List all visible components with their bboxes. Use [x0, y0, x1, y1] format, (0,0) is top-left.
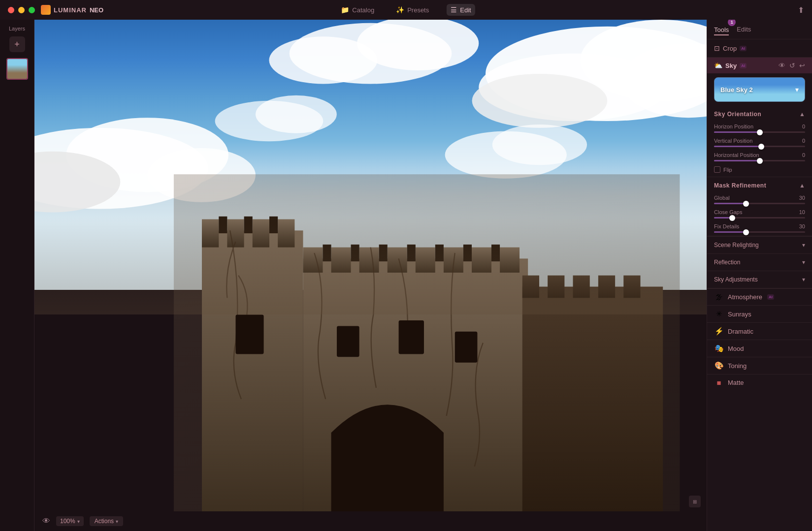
app-name: LUMINAR — [54, 6, 87, 14]
sky-adjustments-chevron: ▾ — [802, 276, 805, 283]
close-gaps-value: 10 — [799, 209, 805, 215]
vertical-thumb[interactable] — [758, 144, 764, 150]
transition-gradient — [34, 217, 707, 315]
fix-details-thumb[interactable] — [743, 229, 749, 235]
horizontal-value: 0 — [802, 152, 805, 158]
sky-section-left: ⛅ Sky AI — [714, 62, 747, 69]
traffic-lights — [8, 7, 35, 13]
horizon-fill — [714, 131, 760, 133]
fix-details-slider[interactable]: Fix Details 30 — [707, 221, 812, 236]
close-gaps-track[interactable] — [714, 217, 805, 219]
fix-details-track[interactable] — [714, 231, 805, 233]
reset-icon[interactable]: ↩ — [799, 62, 805, 69]
global-track[interactable] — [714, 203, 805, 204]
mask-refinement-header[interactable]: Mask Refinement ▲ — [707, 177, 812, 193]
mood-label: Mood — [728, 345, 744, 352]
sky-orientation-title: Sky Orientation — [714, 111, 761, 118]
atmosphere-ai-badge: AI — [767, 294, 774, 300]
svg-rect-41 — [235, 314, 263, 354]
history-icon[interactable]: ↺ — [789, 62, 795, 69]
nav-catalog[interactable]: 📁 Catalog — [337, 4, 378, 16]
horizon-thumb[interactable] — [757, 129, 763, 135]
actions-button[interactable]: Actions ▾ — [90, 516, 123, 526]
nav-edit[interactable]: ☰ Edit — [447, 4, 475, 16]
bottom-bar: 👁 100% ▾ Actions ▾ — [34, 511, 707, 531]
close-gaps-slider[interactable]: Close Gaps 10 — [707, 207, 812, 221]
close-gaps-thumb[interactable] — [729, 215, 735, 221]
maximize-button[interactable] — [29, 7, 35, 13]
zoom-arrow-icon: ▾ — [77, 519, 80, 524]
tab-edits[interactable]: Edits — [737, 25, 751, 34]
view-icon[interactable]: 👁 — [42, 517, 50, 526]
sunrays-icon: ✳ — [714, 310, 724, 318]
nav-presets[interactable]: ✨ Presets — [392, 4, 433, 16]
toning-item[interactable]: 🎨 Toning — [707, 357, 812, 374]
sunrays-item[interactable]: ✳ Sunrays — [707, 305, 812, 322]
vertical-track[interactable] — [714, 146, 805, 147]
visibility-icon[interactable]: 👁 — [779, 62, 785, 69]
fix-details-value: 30 — [799, 223, 805, 229]
crop-label: Crop — [723, 45, 737, 52]
sunrays-label: Sunrays — [728, 311, 751, 318]
horizontal-position-slider[interactable]: Horizontal Position 0 — [707, 150, 812, 164]
horizon-position-slider[interactable]: Horizon Position 0 — [707, 122, 812, 136]
sky-selector[interactable]: Blue Sky 2 ▾ — [714, 77, 805, 102]
main-content: Layers + — [0, 20, 812, 531]
image-canvas — [34, 20, 707, 511]
layer-thumbnail[interactable] — [6, 58, 28, 80]
global-label: Global — [714, 195, 730, 201]
close-button[interactable] — [8, 7, 14, 13]
global-slider[interactable]: Global 30 — [707, 193, 812, 207]
reflection-section[interactable]: Reflection ▾ — [707, 253, 812, 271]
zoom-control[interactable]: 100% ▾ — [56, 516, 84, 526]
small-icon-indicator: ⊞ — [689, 496, 701, 507]
crop-left: ⊡ Crop AI — [714, 44, 747, 52]
horizontal-track[interactable] — [714, 160, 805, 161]
crop-section[interactable]: ⊡ Crop AI — [707, 39, 812, 58]
svg-rect-44 — [455, 332, 478, 363]
scene-relighting-section[interactable]: Scene Relighting ▾ — [707, 236, 812, 253]
presets-icon: ✨ — [396, 6, 404, 14]
flip-checkbox[interactable] — [714, 166, 720, 173]
sky-section-header[interactable]: ⛅ Sky AI 👁 ↺ ↩ — [707, 58, 812, 73]
matte-item[interactable]: ■ Matte — [707, 374, 812, 391]
crop-ai-badge: AI — [740, 46, 747, 51]
horizon-label-row: Horizon Position 0 — [714, 124, 805, 129]
flip-label: Flip — [723, 167, 732, 173]
scene-relighting-chevron: ▾ — [802, 242, 805, 249]
vertical-position-slider[interactable]: Vertical Position 0 — [707, 136, 812, 150]
close-gaps-label-row: Close Gaps 10 — [714, 209, 805, 215]
horizontal-thumb[interactable] — [757, 158, 763, 164]
notification-badge: 1 — [728, 20, 736, 26]
horizon-track[interactable] — [714, 131, 805, 133]
sky-selector-name: Blue Sky 2 — [720, 86, 753, 94]
sky-adjustments-label: Sky Adjustments — [714, 276, 758, 283]
sky-orientation-header[interactable]: Sky Orientation ▲ — [707, 106, 812, 122]
dramatic-icon: ⚡ — [714, 327, 724, 336]
dramatic-label: Dramatic — [728, 328, 753, 335]
atmosphere-icon: 🌫 — [714, 293, 724, 301]
sky-label: Sky — [725, 62, 737, 69]
global-label-row: Global 30 — [714, 195, 805, 201]
app-name-neo: NEO — [90, 6, 103, 14]
svg-rect-45 — [522, 286, 663, 511]
sky-cloud-icon: ⛅ — [714, 62, 722, 69]
global-thumb[interactable] — [743, 201, 749, 207]
add-layer-button[interactable]: + — [9, 36, 25, 52]
atmosphere-item[interactable]: 🌫 Atmosphere AI — [707, 288, 812, 305]
app-logo: LUMINAR NEO — [41, 5, 103, 15]
mask-refinement-chevron: ▲ — [799, 182, 805, 189]
vertical-value: 0 — [802, 138, 805, 144]
sky-adjustments-section[interactable]: Sky Adjustments ▾ — [707, 271, 812, 288]
dramatic-item[interactable]: ⚡ Dramatic — [707, 322, 812, 340]
mood-item[interactable]: 🎭 Mood — [707, 340, 812, 357]
sky-selector-arrow: ▾ — [795, 86, 799, 94]
minimize-button[interactable] — [18, 7, 25, 13]
tab-tools[interactable]: Tools — [714, 25, 729, 35]
catalog-label: Catalog — [352, 6, 374, 14]
vertical-fill — [714, 146, 761, 147]
layers-sidebar: Layers + — [0, 20, 34, 531]
catalog-icon: 📁 — [341, 6, 349, 14]
horizon-label: Horizon Position — [714, 124, 753, 129]
share-icon[interactable]: ⬆ — [798, 6, 804, 14]
